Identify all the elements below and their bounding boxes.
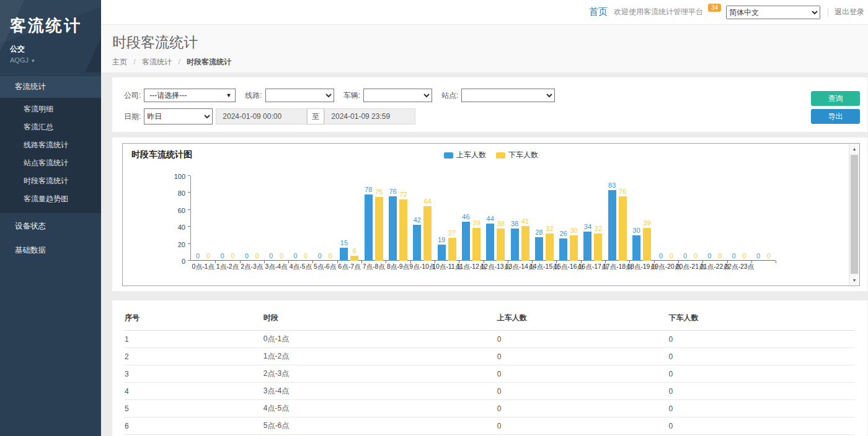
chart-category: 76728点-9点 — [386, 176, 410, 261]
bar-value-label: 0 — [231, 252, 234, 259]
company-select-value: ---请选择--- — [149, 90, 187, 101]
vehicle-select[interactable] — [363, 89, 432, 102]
bar-column: 39 — [472, 219, 480, 261]
table-cell: 4 — [125, 383, 264, 400]
bar-value-label: 0 — [756, 252, 760, 259]
sidebar-item-base-data[interactable]: 基础数据 — [0, 240, 101, 261]
bar-boarding — [608, 190, 616, 261]
bar-value-label: 0 — [767, 252, 771, 259]
scrollbar-thumb[interactable] — [851, 155, 858, 274]
bar-value-label: 38 — [511, 220, 518, 227]
chart-panel: 时段车流统计图 上车人数下车人数 020406080100 000点-1点001… — [112, 137, 867, 291]
sidebar-subitem[interactable]: 时段客流统计 — [0, 172, 101, 190]
table-row: 43点-4点00 — [125, 383, 855, 400]
legend-swatch-icon — [496, 152, 505, 159]
table-cell: 0 — [669, 365, 855, 383]
table-row: 54点-5点00 — [125, 400, 855, 417]
bar-value-label: 39 — [643, 219, 650, 227]
table-header-cell: 时段 — [264, 308, 497, 331]
bar-value-label: 0 — [269, 252, 273, 259]
breadcrumb-section[interactable]: 客流统计 — [142, 58, 172, 66]
bar-value-label: 44 — [487, 215, 494, 222]
sidebar-menu: 客流统计客流明细客流汇总线路客流统计站点客流统计时段客流统计客流量趋势图设备状态… — [0, 76, 101, 261]
org-code-label: AQGJ — [10, 56, 29, 64]
sidebar-item-device-status[interactable]: 设备状态 — [0, 216, 101, 237]
chart-category: 001点-2点 — [215, 176, 239, 261]
company-select[interactable]: ---请选择--- ▼ — [144, 89, 236, 102]
x-axis-label: 2点-3点 — [241, 263, 263, 271]
table-cell: 0 — [669, 331, 855, 348]
bar-value-label: 0 — [220, 252, 224, 259]
chart-category: 000点-1点 — [191, 176, 215, 261]
chart-category: 443812点-13点 — [484, 176, 508, 261]
bar-column: 26 — [559, 230, 567, 261]
dropdown-arrow-icon: ▼ — [226, 92, 231, 98]
chart-category: 463911点-12点 — [459, 176, 483, 261]
table-cell: 0 — [669, 417, 855, 435]
bar-value-label: 27 — [448, 229, 456, 237]
chart-category: 003点-4点 — [264, 176, 288, 261]
chart-plot-area: 000点-1点001点-2点002点-3点003点-4点004点-5点005点-… — [190, 176, 776, 261]
y-axis-label: 60 — [178, 207, 185, 214]
breadcrumb-current: 时段客流统计 — [187, 58, 231, 66]
date-start-input[interactable] — [216, 108, 307, 124]
date-end-input[interactable] — [324, 108, 415, 124]
bar-value-label: 83 — [608, 181, 616, 189]
bar-column: 38 — [497, 220, 505, 261]
table-header-cell: 上车人数 — [497, 308, 669, 331]
table-cell: 1点-2点 — [264, 348, 497, 365]
table-cell: 6 — [125, 417, 264, 435]
chart-category: 384113点-14点 — [508, 176, 532, 261]
bar-value-label: 64 — [424, 198, 432, 205]
sidebar-subitem[interactable]: 站点客流统计 — [0, 154, 101, 172]
query-button[interactable]: 查询 — [811, 91, 860, 106]
sidebar-subitem[interactable]: 客流量趋势图 — [0, 190, 101, 208]
bar-value-label: 0 — [293, 252, 297, 259]
language-select[interactable]: 简体中文 — [726, 6, 820, 19]
line-select[interactable] — [265, 89, 334, 102]
bar-value-label: 0 — [329, 252, 332, 259]
station-select[interactable] — [461, 89, 555, 102]
welcome-text: 欢迎使用客流统计管理平台 — [614, 7, 703, 17]
bar-column: 0 — [730, 252, 738, 261]
x-axis-label: 0点-1点 — [192, 263, 215, 271]
bar-column: 0 — [253, 252, 261, 261]
bar-boarding — [486, 224, 494, 261]
bar-column: 0 — [302, 252, 310, 261]
scroll-up-icon[interactable]: ▲ — [849, 144, 859, 154]
chart-category: 0020点-21点 — [678, 176, 702, 261]
export-button[interactable]: 导出 — [811, 109, 860, 124]
breadcrumb-separator: / — [133, 58, 135, 66]
sidebar-subitem[interactable]: 客流汇总 — [0, 118, 101, 136]
bar-value-label: 0 — [255, 252, 259, 259]
legend-item[interactable]: 上车人数 — [444, 150, 486, 160]
bar-column: 32 — [546, 225, 554, 261]
breadcrumb: 主页 / 客流统计 / 时段客流统计 — [112, 57, 868, 68]
breadcrumb-home[interactable]: 主页 — [112, 58, 127, 66]
org-code-dropdown[interactable]: AQGJ ▾ — [10, 56, 92, 64]
bar-value-label: 26 — [559, 230, 567, 237]
bar-value-label: 46 — [462, 213, 469, 220]
bar-column: 0 — [278, 252, 286, 261]
chart-category: 005点-6点 — [312, 176, 337, 261]
scroll-down-icon[interactable]: ▼ — [849, 275, 859, 286]
date-preset-select[interactable]: 昨日 — [144, 108, 213, 124]
sidebar-subitem[interactable]: 线路客流统计 — [0, 136, 101, 154]
chart-category: 283214点-15点 — [532, 176, 556, 261]
bar-column: 30 — [570, 227, 578, 261]
sidebar-subitem[interactable]: 客流明细 — [0, 100, 101, 118]
x-axis-label: 7点-8点 — [363, 263, 385, 271]
line-label: 线路: — [245, 90, 262, 101]
home-link[interactable]: 首页 — [589, 6, 608, 18]
table-cell: 0 — [497, 417, 669, 435]
chart-category: 837617点-18点 — [605, 176, 629, 261]
legend-item[interactable]: 下车人数 — [496, 150, 538, 160]
bar-value-label: 0 — [718, 252, 722, 259]
table-row: 10点-1点00 — [125, 331, 855, 348]
x-axis-label: 6点-7点 — [338, 263, 360, 271]
chart-legend: 上车人数下车人数 — [439, 150, 543, 160]
sidebar-item-passenger-stats[interactable]: 客流统计 — [0, 76, 101, 98]
logout-link[interactable]: 退出登录 — [835, 7, 864, 17]
action-buttons: 查询 导出 — [811, 91, 860, 124]
bar-column: 83 — [608, 181, 616, 261]
